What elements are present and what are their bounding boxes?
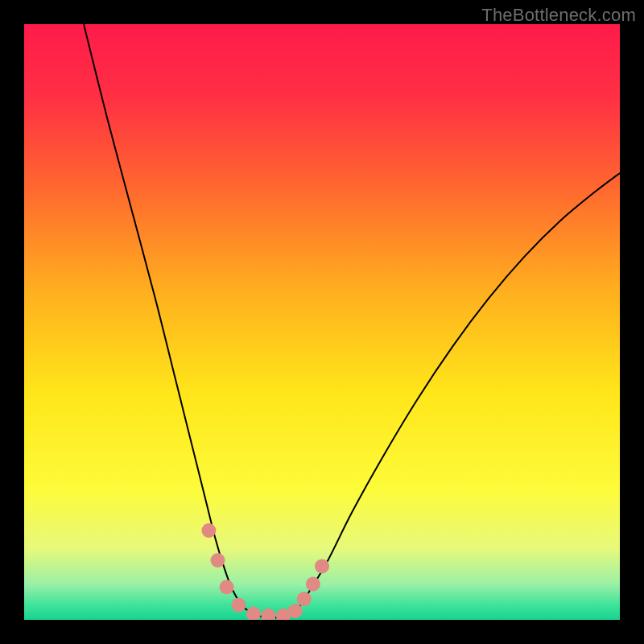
app-frame: TheBottleneck.com bbox=[0, 0, 644, 644]
highlight-marker bbox=[220, 580, 234, 594]
watermark-text: TheBottleneck.com bbox=[481, 5, 636, 26]
bottleneck-chart bbox=[24, 24, 620, 620]
highlight-marker bbox=[297, 592, 312, 606]
highlight-marker bbox=[211, 553, 225, 568]
highlight-marker bbox=[231, 598, 246, 613]
highlight-marker bbox=[288, 604, 303, 618]
chart-background bbox=[24, 24, 620, 620]
highlight-marker bbox=[315, 559, 329, 573]
highlight-marker bbox=[306, 577, 320, 592]
chart-svg bbox=[24, 24, 620, 620]
highlight-marker bbox=[201, 523, 216, 538]
